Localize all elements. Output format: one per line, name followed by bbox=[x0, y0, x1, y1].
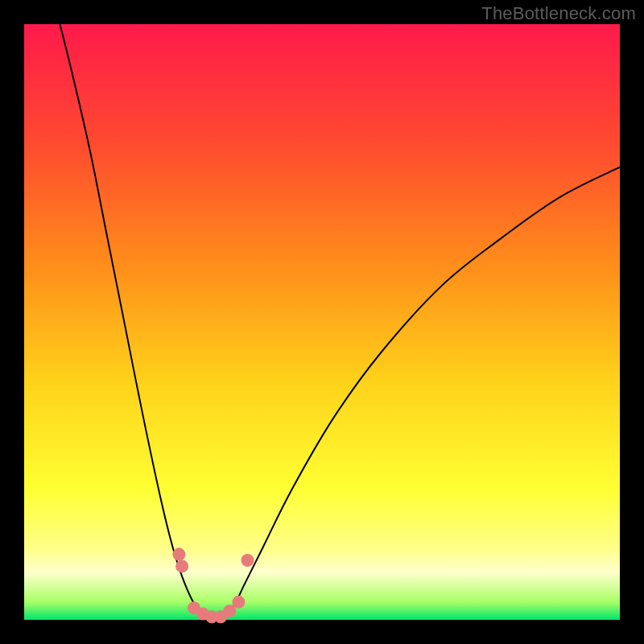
highlight-dot bbox=[175, 559, 188, 572]
highlight-dot bbox=[242, 554, 254, 567]
highlight-dot bbox=[232, 596, 245, 609]
plot-background bbox=[24, 24, 620, 620]
chart-svg bbox=[0, 0, 644, 644]
outer-frame: TheBottleneck.com bbox=[0, 0, 644, 644]
highlight-dot bbox=[172, 548, 185, 561]
